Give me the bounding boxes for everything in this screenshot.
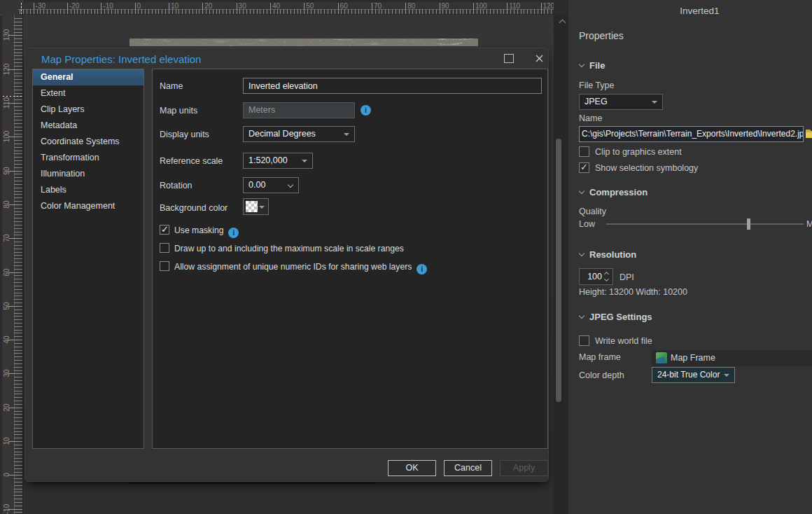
dpi-spinner[interactable]: 100 — [579, 268, 613, 285]
reference-scale-label: Reference scale — [160, 156, 223, 166]
left-ruler-tick-label: 30 — [3, 363, 11, 384]
dropdown-chevron-icon — [288, 182, 293, 188]
cancel-button[interactable]: Cancel — [444, 460, 492, 476]
dialog-nav-list: GeneralExtentClip LayersMetadataCoordina… — [32, 69, 144, 449]
write-world-file-checkbox[interactable] — [579, 335, 589, 346]
page-bottom-edge — [130, 482, 376, 484]
scrollbar-up-icon[interactable] — [559, 20, 566, 27]
jpeg-settings-chevron-icon[interactable] — [579, 313, 584, 319]
top-ruler-cursor-indicator — [21, 3, 22, 15]
write-world-file-label: Write world file — [595, 336, 652, 346]
dialog-nav-labels[interactable]: Labels — [33, 182, 144, 198]
close-icon[interactable] — [533, 51, 545, 65]
maximize-icon[interactable] — [504, 54, 514, 63]
dialog-nav-coordinate-systems[interactable]: Coordinate Systems — [33, 134, 144, 150]
map-frame-dropdown[interactable]: Map Frame — [652, 350, 812, 366]
dropdown-arrow-icon — [652, 101, 657, 104]
left-ruler-tick-label: 10 — [3, 431, 11, 452]
use-masking-label: Use masking — [174, 225, 239, 238]
apply-button[interactable]: Apply — [500, 460, 548, 476]
file-section-title: File — [589, 60, 605, 71]
dialog-nav-illumination[interactable]: Illumination — [33, 166, 144, 182]
dropdown-arrow-icon — [344, 133, 349, 136]
rotation-label: Rotation — [160, 181, 192, 190]
left-ruler-tick-label: 40 — [3, 329, 11, 350]
dialog-nav-metadata[interactable]: Metadata — [33, 118, 144, 134]
quality-max-label: Max — [806, 219, 812, 229]
terrain-texture — [130, 39, 478, 46]
export-properties-panel: Inverted1 Properties File File Type JPEG… — [568, 0, 812, 514]
app-window: -30-20-100102030405060708090100110120 -1… — [0, 0, 812, 514]
draw-up-to-checkbox[interactable] — [160, 243, 169, 253]
map-units-field: Meters — [243, 102, 355, 118]
output-path-input[interactable]: C:\gis\Projects\Terrain\Terrain_Exports\… — [579, 126, 804, 142]
selection-symbology-checkbox[interactable] — [579, 162, 589, 173]
allow-ids-info-icon[interactable] — [416, 264, 427, 275]
map-frame-icon — [656, 352, 667, 363]
quality-slider-track[interactable] — [606, 223, 804, 225]
display-units-value: Decimal Degrees — [248, 129, 316, 139]
file-section-chevron-icon[interactable] — [579, 62, 584, 67]
clip-graphics-checkbox[interactable] — [579, 146, 589, 157]
map-properties-dialog: Map Properties: Inverted elevation Gener… — [24, 48, 549, 482]
use-masking-checkbox[interactable] — [160, 225, 169, 235]
allow-ids-label: Allow assignment of unique numeric IDs f… — [174, 262, 427, 275]
dialog-nav-transformation[interactable]: Transformation — [33, 150, 144, 166]
dialog-nav-clip-layers[interactable]: Clip Layers — [33, 102, 144, 118]
dropdown-arrow-icon — [724, 374, 729, 377]
map-frame-label: Map frame — [579, 352, 621, 362]
display-units-dropdown[interactable]: Decimal Degrees — [243, 126, 355, 142]
reference-scale-value: 1:520,000 — [248, 155, 288, 165]
left-ruler-cursor-indicator — [3, 96, 23, 97]
scrollbar-thumb[interactable] — [556, 139, 561, 402]
name-label: Name — [160, 81, 183, 91]
dialog-nav-color-management[interactable]: Color Management — [33, 198, 144, 214]
left-ruler-tick-label: 100 — [3, 126, 11, 147]
vertical-scrollbar[interactable] — [554, 15, 568, 514]
dropdown-arrow-icon — [302, 160, 307, 162]
layout-view: -30-20-100102030405060708090100110120 -1… — [0, 0, 568, 514]
left-ruler-tick-label: -10 — [3, 499, 11, 514]
browse-folder-icon[interactable] — [806, 128, 812, 138]
map-units-label: Map units — [160, 106, 197, 116]
selection-symbology-label: Show selection symbology — [595, 163, 698, 173]
jpeg-settings-title: JPEG Settings — [589, 312, 652, 322]
left-ruler-tick-label: 70 — [3, 228, 11, 249]
dialog-nav-general[interactable]: General — [33, 69, 144, 85]
compression-section-chevron-icon[interactable] — [579, 188, 584, 194]
reference-scale-dropdown[interactable]: 1:520,000 — [243, 153, 313, 169]
output-name-label: Name — [579, 113, 602, 123]
color-depth-dropdown[interactable]: 24-bit True Color — [652, 367, 735, 383]
rotation-dropdown[interactable]: 0.00 — [243, 177, 299, 193]
resolution-section-chevron-icon[interactable] — [579, 251, 584, 256]
ok-button[interactable]: OK — [388, 460, 436, 476]
left-ruler-tick-label: 50 — [3, 296, 11, 317]
map-frame-value: Map Frame — [671, 353, 715, 363]
file-type-label: File Type — [579, 81, 615, 90]
dialog-nav-extent[interactable]: Extent — [33, 85, 144, 102]
properties-heading: Properties — [579, 30, 624, 41]
export-name-text: Inverted1 — [578, 6, 812, 16]
map-units-info-icon[interactable] — [360, 105, 371, 116]
rotation-value: 0.00 — [248, 180, 265, 190]
terrain-map-strip — [130, 39, 478, 46]
spinner-down-icon[interactable] — [604, 277, 609, 282]
dpi-value: 100 — [580, 269, 602, 284]
quality-label: Quality — [579, 207, 606, 216]
left-ruler-tick-label: 0 — [3, 464, 11, 485]
name-input[interactable] — [243, 78, 542, 94]
quality-slider-thumb[interactable] — [747, 218, 750, 230]
allow-ids-checkbox[interactable] — [160, 261, 169, 271]
clip-graphics-label: Clip to graphics extent — [595, 147, 682, 157]
use-masking-info-icon[interactable] — [228, 228, 239, 238]
left-ruler-tick-label: 130 — [3, 25, 11, 46]
file-type-dropdown[interactable]: JPEG — [579, 94, 663, 110]
draw-up-to-label: Draw up to and including the maximum sca… — [174, 244, 404, 253]
color-depth-label: Color depth — [579, 370, 624, 380]
color-depth-value: 24-bit True Color — [657, 370, 720, 380]
dropdown-arrow-icon — [259, 206, 265, 209]
background-color-picker[interactable] — [243, 198, 269, 215]
transparent-color-swatch — [246, 201, 258, 212]
dpi-label: DPI — [620, 272, 634, 282]
left-ruler-tick-label: 120 — [3, 59, 11, 80]
